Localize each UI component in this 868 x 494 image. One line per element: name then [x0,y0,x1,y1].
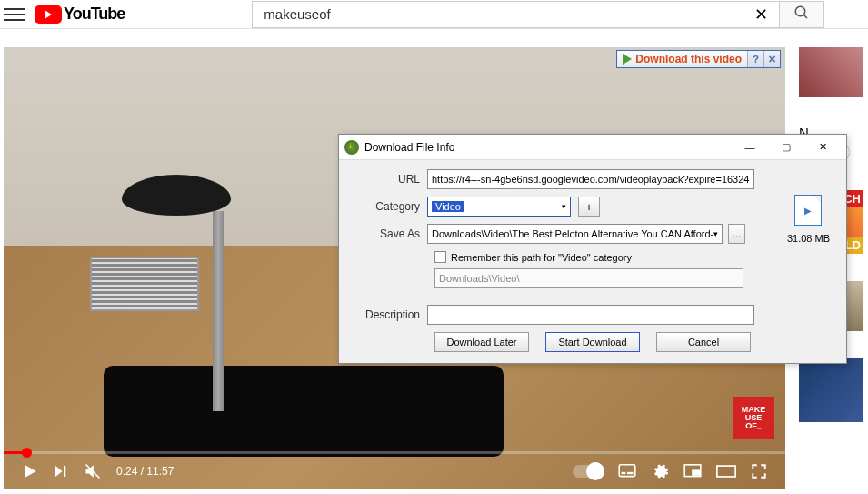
chevron-down-icon: ▾ [713,229,718,238]
svg-rect-8 [622,472,626,474]
saveas-value: Downloads\Video\The Best Peloton Alterna… [432,228,713,239]
idm-download-overlay: Download this video ? ✕ [616,50,781,68]
svg-rect-11 [693,470,699,475]
header-bar: YouTube ✕ [0,0,868,29]
svg-marker-2 [25,465,36,478]
svg-point-0 [796,6,806,16]
minimize-button[interactable]: — [732,136,768,158]
svg-rect-9 [627,472,633,474]
mute-button[interactable] [76,462,109,480]
path-display: Downloads\Video\ [434,268,743,288]
description-input[interactable] [427,305,754,325]
miniplayer-button[interactable] [676,464,709,479]
settings-button[interactable] [644,462,676,480]
svg-rect-7 [619,465,635,477]
youtube-play-icon [35,5,62,24]
dialog-titlebar[interactable]: Download File Info — ▢ ✕ [339,135,846,160]
download-video-label: Download this video [635,53,742,66]
video-thumbnail[interactable] [799,47,863,97]
download-video-button[interactable]: Download this video [617,51,747,67]
remember-path-checkbox[interactable] [434,251,446,263]
description-label: Description [350,308,427,321]
file-info-panel: 31.08 MB [787,195,830,244]
download-later-button[interactable]: Download Later [434,332,529,352]
player-controls: 0:24 / 11:57 [4,454,785,489]
search-icon [793,5,810,24]
saveas-combobox[interactable]: Downloads\Video\The Best Peloton Alterna… [427,224,723,244]
start-download-button[interactable]: Start Download [545,332,640,352]
muo-watermark: MAKE USE OF_ [733,397,774,439]
file-size-label: 31.08 MB [787,233,830,244]
chevron-down-icon: ▾ [562,202,566,211]
hamburger-icon[interactable] [4,8,25,21]
play-arrow-icon [623,54,632,65]
next-button[interactable] [45,463,76,479]
search-clear-button[interactable]: ✕ [743,1,779,28]
url-label: URL [350,173,427,186]
close-button[interactable]: ✕ [804,136,841,158]
youtube-logo[interactable]: YouTube [35,5,125,24]
captions-button[interactable] [611,464,644,479]
maximize-button[interactable]: ▢ [768,136,804,158]
category-value: Video [432,201,464,212]
search-input[interactable] [252,1,743,28]
youtube-text: YouTube [64,5,125,24]
search-button[interactable] [779,1,824,28]
add-category-button[interactable]: + [578,197,600,217]
url-input[interactable] [427,169,754,189]
svg-rect-12 [717,466,735,477]
svg-line-1 [804,15,808,18]
svg-rect-4 [64,466,65,477]
overlay-help-button[interactable]: ? [747,51,763,67]
fullscreen-button[interactable] [743,463,774,479]
search-bar: ✕ [252,1,824,28]
video-file-icon [794,195,822,226]
svg-marker-3 [55,466,63,477]
play-button[interactable] [15,463,45,479]
theater-button[interactable] [709,465,743,478]
download-file-info-dialog: Download File Info — ▢ ✕ 31.08 MB URL Ca… [338,134,847,364]
saveas-label: Save As [350,227,427,240]
dialog-title: Download File Info [364,141,732,154]
browse-button[interactable]: ... [728,224,745,244]
video-thumbnail[interactable] [799,358,863,422]
overlay-close-button[interactable]: ✕ [763,51,780,67]
cancel-button[interactable]: Cancel [656,332,751,352]
time-display: 0:24 / 11:57 [109,465,181,478]
idm-icon [344,140,359,155]
category-label: Category [350,200,427,213]
remember-path-label: Remember this path for "Video" category [451,252,632,263]
category-combobox[interactable]: Video ▾ [427,197,571,217]
autoplay-toggle[interactable] [573,465,604,478]
